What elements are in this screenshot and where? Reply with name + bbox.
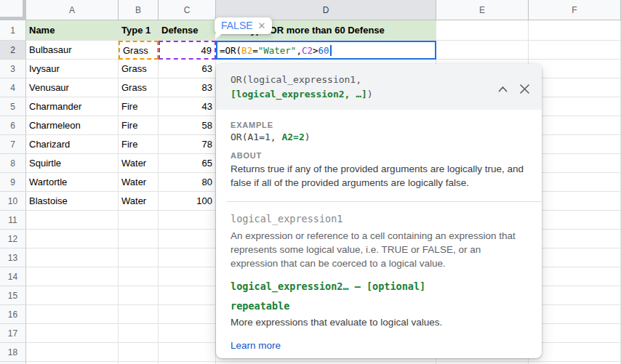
cell-a11[interactable] <box>26 211 119 230</box>
column-header-e[interactable]: E <box>436 0 529 20</box>
cell-f11[interactable] <box>529 211 621 230</box>
row-header-3[interactable]: 3 <box>0 60 26 78</box>
cell-c15[interactable] <box>159 286 216 305</box>
cell-c10[interactable]: 100 <box>159 192 216 211</box>
cell-a7[interactable]: Charizard <box>26 135 119 154</box>
cell-c7[interactable]: 78 <box>159 135 216 154</box>
cell-b11[interactable] <box>119 211 159 230</box>
column-header-b[interactable]: B <box>119 0 159 20</box>
row-header-17[interactable]: 17 <box>0 324 26 343</box>
cell-c9[interactable]: 80 <box>159 173 216 192</box>
cell-b18[interactable] <box>119 343 159 362</box>
cell-b4[interactable]: Grass <box>119 78 159 97</box>
column-header-a[interactable]: A <box>26 0 119 20</box>
cell-a2[interactable]: Bulbasaur <box>26 41 119 60</box>
row-header-18[interactable]: 18 <box>0 343 26 362</box>
row-header-15[interactable]: 15 <box>0 286 26 305</box>
cell-c13[interactable] <box>159 248 216 267</box>
cell-c5[interactable]: 43 <box>159 97 216 116</box>
cell-c3[interactable]: 63 <box>159 60 216 78</box>
cell-f4[interactable] <box>529 78 621 97</box>
cell-f2[interactable] <box>529 41 621 60</box>
cell-f3[interactable] <box>529 60 621 78</box>
row-header-14[interactable]: 14 <box>0 267 26 286</box>
cell-c18[interactable] <box>159 343 216 362</box>
column-header-c[interactable]: C <box>159 0 216 20</box>
cell-e2[interactable] <box>436 41 529 60</box>
cell-b10[interactable]: Water <box>119 192 159 211</box>
cell-a4[interactable]: Venusaur <box>26 78 119 97</box>
cell-f12[interactable] <box>529 230 621 248</box>
cell-b14[interactable] <box>119 267 159 286</box>
row-header-13[interactable]: 13 <box>0 248 26 267</box>
cell-b16[interactable] <box>119 305 159 324</box>
cell-d2-formula-editor[interactable]: =OR(B2="Water", C2>60 <box>216 41 436 60</box>
row-header-8[interactable]: 8 <box>0 154 26 173</box>
column-header-f[interactable]: F <box>529 0 621 20</box>
cell-b7[interactable]: Fire <box>119 135 159 154</box>
cell-c4[interactable]: 83 <box>159 78 216 97</box>
cell-a17[interactable] <box>26 324 119 343</box>
cell-c1[interactable]: Defense <box>159 20 216 41</box>
cell-c2-referenced[interactable]: 49 <box>159 41 216 60</box>
row-header-5[interactable]: 5 <box>0 97 26 116</box>
row-header-11[interactable]: 11 <box>0 211 26 230</box>
close-icon[interactable] <box>519 84 530 94</box>
cell-c6[interactable]: 58 <box>159 116 216 135</box>
cell-f16[interactable] <box>529 305 621 324</box>
cell-a14[interactable] <box>26 267 119 286</box>
row-header-2[interactable]: 2 <box>0 41 26 60</box>
close-icon[interactable]: ✕ <box>258 20 266 31</box>
row-header-6[interactable]: 6 <box>0 116 26 135</box>
cell-f15[interactable] <box>529 286 621 305</box>
row-header-16[interactable]: 16 <box>0 305 26 324</box>
cell-a12[interactable] <box>26 230 119 248</box>
row-header-1[interactable]: 1 <box>0 20 26 41</box>
row-header-10[interactable]: 10 <box>0 192 26 211</box>
row-header-12[interactable]: 12 <box>0 230 26 248</box>
select-all-corner[interactable] <box>0 0 26 20</box>
cell-b8[interactable]: Water <box>119 154 159 173</box>
cell-c11[interactable] <box>159 211 216 230</box>
cell-b12[interactable] <box>119 230 159 248</box>
cell-b3[interactable]: Grass <box>119 60 159 78</box>
cell-a5[interactable]: Charmander <box>26 97 119 116</box>
cell-f7[interactable] <box>529 135 621 154</box>
cell-a10[interactable]: Blastoise <box>26 192 119 211</box>
cell-f9[interactable] <box>529 173 621 192</box>
cell-c16[interactable] <box>159 305 216 324</box>
cell-b2-referenced[interactable]: Grass <box>119 41 159 60</box>
cell-b17[interactable] <box>119 324 159 343</box>
cell-a16[interactable] <box>26 305 119 324</box>
cell-a15[interactable] <box>26 286 119 305</box>
cell-e1[interactable] <box>436 20 529 41</box>
row-header-9[interactable]: 9 <box>0 173 26 192</box>
cell-b15[interactable] <box>119 286 159 305</box>
cell-a13[interactable] <box>26 248 119 267</box>
cell-b9[interactable]: Water <box>119 173 159 192</box>
cell-a1[interactable]: Name <box>26 20 119 41</box>
cell-b1[interactable]: Type 1 <box>119 20 159 41</box>
row-header-7[interactable]: 7 <box>0 135 26 154</box>
cell-a9[interactable]: Wartortle <box>26 173 119 192</box>
cell-c17[interactable] <box>159 324 216 343</box>
cell-b5[interactable]: Fire <box>119 97 159 116</box>
cell-a8[interactable]: Squirtle <box>26 154 119 173</box>
cell-f6[interactable] <box>529 116 621 135</box>
cell-f17[interactable] <box>529 324 621 343</box>
cell-f18[interactable] <box>529 343 621 362</box>
cell-a6[interactable]: Charmeleon <box>26 116 119 135</box>
chevron-up-icon[interactable] <box>498 86 508 92</box>
learn-more-link[interactable]: Learn more <box>231 340 281 351</box>
cell-c8[interactable]: 65 <box>159 154 216 173</box>
cell-f14[interactable] <box>529 267 621 286</box>
cell-c12[interactable] <box>159 230 216 248</box>
row-header-4[interactable]: 4 <box>0 78 26 97</box>
cell-f10[interactable] <box>529 192 621 211</box>
cell-b13[interactable] <box>119 248 159 267</box>
cell-a3[interactable]: Ivysaur <box>26 60 119 78</box>
cell-f5[interactable] <box>529 97 621 116</box>
cell-a18[interactable] <box>26 343 119 362</box>
cell-f1[interactable] <box>529 20 621 41</box>
cell-f8[interactable] <box>529 154 621 173</box>
